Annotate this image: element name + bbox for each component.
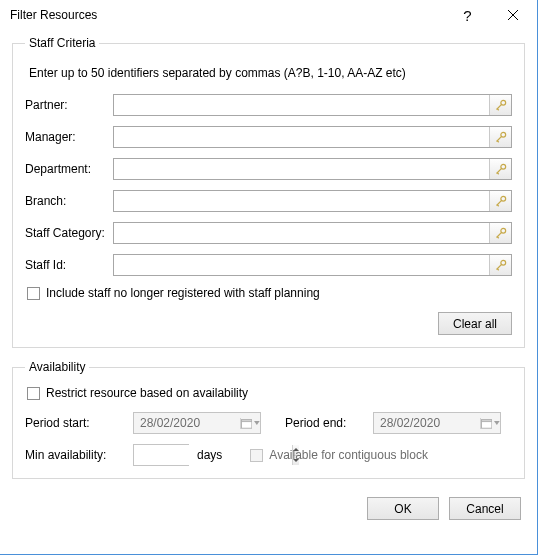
lookup-icon <box>495 259 507 271</box>
lookup-icon <box>495 131 507 143</box>
branch-picker <box>113 190 512 212</box>
staff-category-picker <box>113 222 512 244</box>
svg-line-16 <box>497 237 499 239</box>
department-picker <box>113 158 512 180</box>
staff-id-input[interactable] <box>114 255 489 275</box>
chevron-down-icon <box>254 421 260 425</box>
staff-criteria-legend: Staff Criteria <box>25 36 99 50</box>
manager-lookup-button[interactable] <box>489 127 511 147</box>
calendar-icon <box>481 418 492 429</box>
include-unregistered-label: Include staff no longer registered with … <box>46 286 320 300</box>
svg-point-14 <box>500 228 505 233</box>
min-availability-label: Min availability: <box>25 448 133 462</box>
close-icon <box>508 10 518 20</box>
branch-input[interactable] <box>114 191 489 211</box>
staff-id-lookup-button[interactable] <box>489 255 511 275</box>
department-input[interactable] <box>114 159 489 179</box>
min-availability-stepper[interactable] <box>133 444 189 466</box>
manager-label: Manager: <box>25 130 113 144</box>
period-end-dropdown[interactable] <box>480 418 500 429</box>
department-lookup-button[interactable] <box>489 159 511 179</box>
lookup-icon <box>495 195 507 207</box>
lookup-icon <box>495 99 507 111</box>
chevron-down-icon <box>494 421 500 425</box>
svg-point-5 <box>500 132 505 137</box>
branch-label: Branch: <box>25 194 113 208</box>
staff-criteria-group: Staff Criteria Enter up to 50 identifier… <box>12 36 525 348</box>
contiguous-block-label: Available for contiguous block <box>269 448 428 462</box>
svg-line-13 <box>497 205 499 207</box>
manager-picker <box>113 126 512 148</box>
window-title: Filter Resources <box>10 8 445 22</box>
svg-line-7 <box>497 141 499 143</box>
partner-picker <box>113 94 512 116</box>
restrict-availability-label: Restrict resource based on availability <box>46 386 248 400</box>
availability-legend: Availability <box>25 360 89 374</box>
period-start-label: Period start: <box>25 416 133 430</box>
svg-point-2 <box>500 100 505 105</box>
branch-lookup-button[interactable] <box>489 191 511 211</box>
manager-input[interactable] <box>114 127 489 147</box>
period-start-value: 28/02/2020 <box>134 416 240 430</box>
svg-line-18 <box>496 265 501 270</box>
svg-point-17 <box>500 260 505 265</box>
restrict-availability-checkbox[interactable] <box>27 387 40 400</box>
department-label: Department: <box>25 162 113 176</box>
help-button[interactable]: ? <box>445 1 490 29</box>
partner-label: Partner: <box>25 98 113 112</box>
svg-line-4 <box>497 109 499 111</box>
period-start-dropdown[interactable] <box>240 418 260 429</box>
svg-point-11 <box>500 196 505 201</box>
period-end-value: 28/02/2020 <box>374 416 480 430</box>
staff-id-label: Staff Id: <box>25 258 113 272</box>
svg-rect-24 <box>481 419 491 421</box>
svg-point-8 <box>500 164 505 169</box>
partner-lookup-button[interactable] <box>489 95 511 115</box>
close-button[interactable] <box>490 1 535 29</box>
svg-line-10 <box>497 173 499 175</box>
cancel-button[interactable]: Cancel <box>449 497 521 520</box>
period-start-field[interactable]: 28/02/2020 <box>133 412 261 434</box>
contiguous-block-checkbox[interactable] <box>250 449 263 462</box>
svg-marker-22 <box>254 421 260 425</box>
identifiers-hint: Enter up to 50 identifiers separated by … <box>29 66 512 80</box>
clear-all-button[interactable]: Clear all <box>438 312 512 335</box>
calendar-icon <box>241 418 252 429</box>
lookup-icon <box>495 227 507 239</box>
staff-category-lookup-button[interactable] <box>489 223 511 243</box>
svg-line-19 <box>497 269 499 271</box>
svg-rect-21 <box>241 419 251 421</box>
days-label: days <box>197 448 222 462</box>
availability-group: Availability Restrict resource based on … <box>12 360 525 479</box>
dialog-footer: OK Cancel <box>12 497 525 520</box>
svg-marker-25 <box>494 421 500 425</box>
staff-category-label: Staff Category: <box>25 226 113 240</box>
staff-id-picker <box>113 254 512 276</box>
include-unregistered-checkbox[interactable] <box>27 287 40 300</box>
lookup-icon <box>495 163 507 175</box>
partner-input[interactable] <box>114 95 489 115</box>
period-end-label: Period end: <box>285 416 373 430</box>
staff-category-input[interactable] <box>114 223 489 243</box>
ok-button[interactable]: OK <box>367 497 439 520</box>
titlebar: Filter Resources ? <box>0 0 537 30</box>
period-end-field[interactable]: 28/02/2020 <box>373 412 501 434</box>
